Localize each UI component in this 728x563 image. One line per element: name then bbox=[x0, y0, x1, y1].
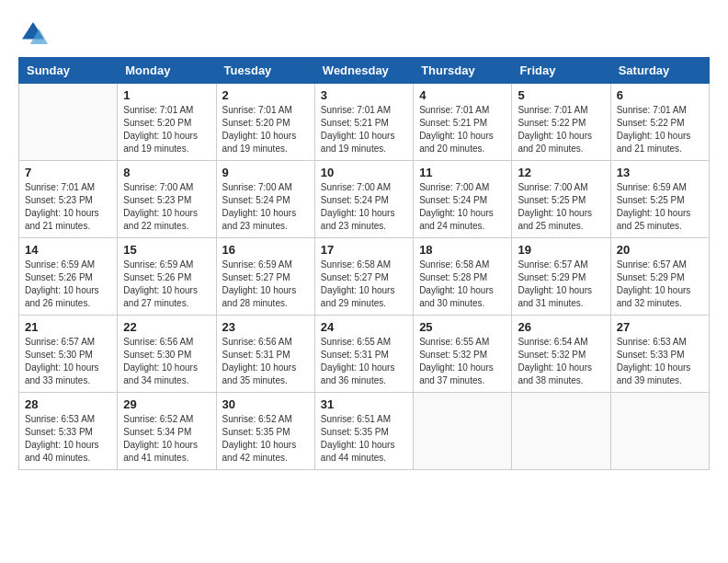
day-info: Sunrise: 6:52 AMSunset: 5:34 PMDaylight:… bbox=[123, 413, 210, 465]
calendar-cell: 28Sunrise: 6:53 AMSunset: 5:33 PMDayligh… bbox=[19, 393, 118, 470]
page-header bbox=[18, 18, 710, 48]
calendar-week-4: 21Sunrise: 6:57 AMSunset: 5:30 PMDayligh… bbox=[19, 316, 710, 393]
day-number: 12 bbox=[518, 166, 604, 179]
calendar-week-2: 7Sunrise: 7:01 AMSunset: 5:23 PMDaylight… bbox=[19, 161, 710, 238]
calendar-cell bbox=[512, 393, 610, 470]
calendar-header-thursday: Thursday bbox=[414, 58, 512, 84]
day-info: Sunrise: 6:54 AMSunset: 5:32 PMDaylight:… bbox=[518, 336, 604, 387]
calendar-cell: 4Sunrise: 7:01 AMSunset: 5:21 PMDaylight… bbox=[414, 84, 512, 161]
day-number: 24 bbox=[321, 320, 407, 334]
calendar-cell: 26Sunrise: 6:54 AMSunset: 5:32 PMDayligh… bbox=[512, 316, 610, 393]
day-number: 21 bbox=[25, 320, 111, 334]
day-info: Sunrise: 6:56 AMSunset: 5:30 PMDaylight:… bbox=[123, 336, 210, 387]
day-info: Sunrise: 6:57 AMSunset: 5:30 PMDaylight:… bbox=[25, 336, 111, 387]
day-number: 25 bbox=[419, 320, 506, 334]
day-info: Sunrise: 7:01 AMSunset: 5:20 PMDaylight:… bbox=[222, 104, 309, 155]
calendar-cell: 7Sunrise: 7:01 AMSunset: 5:23 PMDaylight… bbox=[19, 161, 118, 238]
day-info: Sunrise: 7:01 AMSunset: 5:22 PMDaylight:… bbox=[617, 104, 703, 155]
calendar-cell: 27Sunrise: 6:53 AMSunset: 5:33 PMDayligh… bbox=[610, 316, 709, 393]
day-number: 14 bbox=[25, 243, 111, 257]
calendar-cell: 6Sunrise: 7:01 AMSunset: 5:22 PMDaylight… bbox=[610, 84, 709, 161]
day-number: 8 bbox=[123, 166, 210, 179]
day-info: Sunrise: 6:53 AMSunset: 5:33 PMDaylight:… bbox=[617, 336, 703, 387]
day-info: Sunrise: 6:51 AMSunset: 5:35 PMDaylight:… bbox=[321, 413, 407, 465]
calendar-week-5: 28Sunrise: 6:53 AMSunset: 5:33 PMDayligh… bbox=[19, 393, 710, 470]
day-number: 4 bbox=[419, 88, 506, 102]
day-info: Sunrise: 6:59 AMSunset: 5:25 PMDaylight:… bbox=[617, 181, 703, 233]
calendar-header-tuesday: Tuesday bbox=[216, 58, 314, 84]
day-number: 29 bbox=[123, 397, 210, 411]
day-info: Sunrise: 7:01 AMSunset: 5:20 PMDaylight:… bbox=[123, 104, 210, 155]
day-number: 11 bbox=[419, 166, 506, 179]
day-info: Sunrise: 6:52 AMSunset: 5:35 PMDaylight:… bbox=[222, 413, 309, 465]
calendar-cell: 5Sunrise: 7:01 AMSunset: 5:22 PMDaylight… bbox=[512, 84, 610, 161]
calendar-cell: 31Sunrise: 6:51 AMSunset: 5:35 PMDayligh… bbox=[314, 393, 413, 470]
calendar-cell: 15Sunrise: 6:59 AMSunset: 5:26 PMDayligh… bbox=[118, 238, 216, 316]
calendar-cell bbox=[610, 393, 709, 470]
calendar-header-friday: Friday bbox=[512, 58, 610, 84]
calendar-cell: 13Sunrise: 6:59 AMSunset: 5:25 PMDayligh… bbox=[610, 161, 709, 238]
day-number: 18 bbox=[419, 243, 506, 257]
day-number: 26 bbox=[518, 320, 604, 334]
day-info: Sunrise: 7:01 AMSunset: 5:21 PMDaylight:… bbox=[419, 104, 506, 155]
day-info: Sunrise: 6:53 AMSunset: 5:33 PMDaylight:… bbox=[25, 413, 111, 465]
calendar-cell: 9Sunrise: 7:00 AMSunset: 5:24 PMDaylight… bbox=[216, 161, 314, 238]
day-info: Sunrise: 6:55 AMSunset: 5:32 PMDaylight:… bbox=[419, 336, 506, 387]
calendar-header-saturday: Saturday bbox=[610, 58, 709, 84]
day-info: Sunrise: 6:57 AMSunset: 5:29 PMDaylight:… bbox=[518, 259, 604, 310]
day-info: Sunrise: 7:00 AMSunset: 5:24 PMDaylight:… bbox=[419, 181, 506, 233]
day-info: Sunrise: 7:00 AMSunset: 5:24 PMDaylight:… bbox=[222, 181, 309, 233]
day-number: 5 bbox=[518, 88, 604, 102]
day-number: 6 bbox=[617, 88, 703, 102]
day-number: 1 bbox=[123, 88, 210, 102]
day-number: 20 bbox=[617, 243, 703, 257]
day-number: 22 bbox=[123, 320, 210, 334]
day-info: Sunrise: 6:57 AMSunset: 5:29 PMDaylight:… bbox=[617, 259, 703, 310]
calendar-cell bbox=[414, 393, 512, 470]
day-info: Sunrise: 6:58 AMSunset: 5:27 PMDaylight:… bbox=[321, 259, 407, 310]
day-number: 13 bbox=[617, 166, 703, 179]
day-info: Sunrise: 6:56 AMSunset: 5:31 PMDaylight:… bbox=[222, 336, 309, 387]
calendar-cell: 20Sunrise: 6:57 AMSunset: 5:29 PMDayligh… bbox=[610, 238, 709, 316]
calendar-cell: 23Sunrise: 6:56 AMSunset: 5:31 PMDayligh… bbox=[216, 316, 314, 393]
day-info: Sunrise: 7:00 AMSunset: 5:23 PMDaylight:… bbox=[123, 181, 210, 233]
day-info: Sunrise: 6:59 AMSunset: 5:26 PMDaylight:… bbox=[123, 259, 210, 310]
day-info: Sunrise: 6:55 AMSunset: 5:31 PMDaylight:… bbox=[321, 336, 407, 387]
day-number: 9 bbox=[222, 166, 309, 179]
calendar-cell: 18Sunrise: 6:58 AMSunset: 5:28 PMDayligh… bbox=[414, 238, 512, 316]
day-number: 15 bbox=[123, 243, 210, 257]
calendar-cell: 29Sunrise: 6:52 AMSunset: 5:34 PMDayligh… bbox=[118, 393, 216, 470]
calendar-week-3: 14Sunrise: 6:59 AMSunset: 5:26 PMDayligh… bbox=[19, 238, 710, 316]
calendar-cell: 16Sunrise: 6:59 AMSunset: 5:27 PMDayligh… bbox=[216, 238, 314, 316]
day-number: 31 bbox=[321, 397, 407, 411]
calendar-header-sunday: Sunday bbox=[19, 58, 118, 84]
day-number: 27 bbox=[617, 320, 703, 334]
calendar-cell: 19Sunrise: 6:57 AMSunset: 5:29 PMDayligh… bbox=[512, 238, 610, 316]
calendar-cell: 12Sunrise: 7:00 AMSunset: 5:25 PMDayligh… bbox=[512, 161, 610, 238]
calendar-cell: 11Sunrise: 7:00 AMSunset: 5:24 PMDayligh… bbox=[414, 161, 512, 238]
day-info: Sunrise: 7:01 AMSunset: 5:22 PMDaylight:… bbox=[518, 104, 604, 155]
calendar-cell: 30Sunrise: 6:52 AMSunset: 5:35 PMDayligh… bbox=[216, 393, 314, 470]
day-number: 16 bbox=[222, 243, 309, 257]
calendar-cell: 17Sunrise: 6:58 AMSunset: 5:27 PMDayligh… bbox=[314, 238, 413, 316]
day-number: 23 bbox=[222, 320, 309, 334]
day-info: Sunrise: 7:00 AMSunset: 5:25 PMDaylight:… bbox=[518, 181, 604, 233]
calendar-cell: 21Sunrise: 6:57 AMSunset: 5:30 PMDayligh… bbox=[19, 316, 118, 393]
logo-icon bbox=[18, 18, 48, 48]
day-number: 17 bbox=[321, 243, 407, 257]
day-number: 2 bbox=[222, 88, 309, 102]
day-info: Sunrise: 6:58 AMSunset: 5:28 PMDaylight:… bbox=[419, 259, 506, 310]
calendar-header-row: SundayMondayTuesdayWednesdayThursdayFrid… bbox=[19, 58, 710, 84]
calendar-header-wednesday: Wednesday bbox=[314, 58, 413, 84]
calendar-cell: 1Sunrise: 7:01 AMSunset: 5:20 PMDaylight… bbox=[118, 84, 216, 161]
day-info: Sunrise: 7:00 AMSunset: 5:24 PMDaylight:… bbox=[321, 181, 407, 233]
calendar-cell: 25Sunrise: 6:55 AMSunset: 5:32 PMDayligh… bbox=[414, 316, 512, 393]
day-number: 3 bbox=[321, 88, 407, 102]
day-info: Sunrise: 7:01 AMSunset: 5:23 PMDaylight:… bbox=[25, 181, 111, 233]
calendar-cell: 22Sunrise: 6:56 AMSunset: 5:30 PMDayligh… bbox=[118, 316, 216, 393]
day-number: 7 bbox=[25, 166, 111, 179]
calendar-cell: 8Sunrise: 7:00 AMSunset: 5:23 PMDaylight… bbox=[118, 161, 216, 238]
day-number: 30 bbox=[222, 397, 309, 411]
calendar-cell: 24Sunrise: 6:55 AMSunset: 5:31 PMDayligh… bbox=[314, 316, 413, 393]
calendar-cell: 14Sunrise: 6:59 AMSunset: 5:26 PMDayligh… bbox=[19, 238, 118, 316]
